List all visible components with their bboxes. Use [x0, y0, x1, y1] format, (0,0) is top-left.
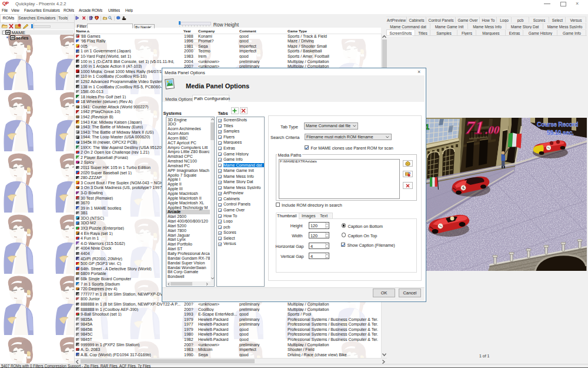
svg-text:?: ?	[91, 16, 93, 20]
svg-text:Course Record: Course Record	[537, 121, 578, 128]
svg-text:59.10 sec.: 59.10 sec.	[547, 129, 574, 136]
